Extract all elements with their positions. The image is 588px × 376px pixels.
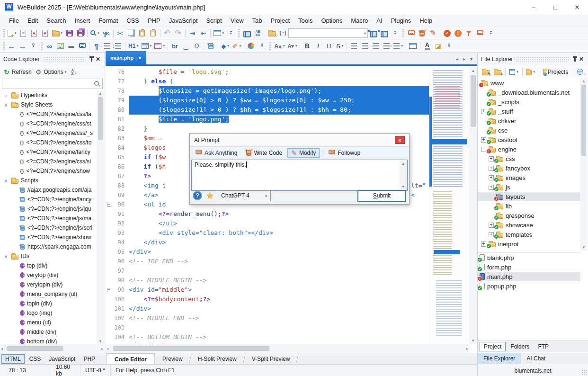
projects-button[interactable]: ⊕Projects (542, 66, 570, 78)
sort-az-button[interactable]: AZ↓ (69, 66, 80, 78)
ce-item[interactable]: middle (div) (0, 327, 97, 337)
parent-folder-button[interactable]: ↰ (480, 66, 491, 78)
expand-box[interactable]: + (489, 156, 494, 161)
insert-tag-button[interactable]: ◆▾ (220, 40, 231, 52)
model-select[interactable]: ChatGPT 4 ∨ (218, 190, 271, 201)
code-line-93[interactable]: 93 <div style="clear: both"></div> (106, 228, 429, 238)
insert-table-button[interactable]: ▾ (140, 40, 153, 52)
editor-horizontal-scrollbar[interactable]: ◂ ▸ (106, 344, 469, 353)
code-line-99[interactable]: −99<div id="middle"> (106, 285, 429, 295)
indent-button[interactable]: ⇥ (187, 27, 198, 39)
folder-js[interactable]: +✓js (478, 182, 580, 192)
close-icon[interactable]: ✕ (578, 56, 585, 63)
tab-list-icon[interactable]: ▾ (470, 56, 472, 62)
ai-chat-button[interactable] (474, 27, 485, 39)
scroll-tabs-right-icon[interactable]: ▸ (463, 56, 465, 62)
tab-main-php[interactable]: main.php ✕ (106, 51, 146, 64)
menu-css[interactable]: CSS (122, 15, 143, 26)
code-line-94[interactable]: 94 </div> (106, 238, 429, 247)
code-explorer-search[interactable] (2, 79, 103, 89)
fill-color-button[interactable]: ◪ (433, 40, 444, 52)
doc-tab-html[interactable]: HTML (1, 354, 25, 364)
menu-file[interactable]: File (5, 15, 23, 26)
folder-showcase[interactable]: +✓showcase (478, 220, 580, 230)
fold-toggle[interactable]: − (106, 285, 113, 295)
code-view[interactable]: 76 $file = 'logo.svg';77 } else {78 $log… (106, 67, 429, 344)
folder-cse[interactable]: ✓cse (478, 125, 580, 135)
insert-comment-button[interactable] (77, 40, 88, 52)
code-line-101[interactable]: 101</div> (106, 304, 429, 313)
fold-toggle[interactable]: − (106, 200, 113, 209)
options-button[interactable]: ⚙Options▾ (34, 66, 68, 78)
panel-view-button[interactable]: ▾ (212, 27, 226, 39)
menu-tools[interactable]: Tools (294, 15, 317, 26)
navigate-forward-button[interactable]: → (17, 40, 28, 52)
code-line-98[interactable]: 98<!-- MIDDLE BEGIN --> (106, 276, 429, 285)
new-html-document-button[interactable]: A (29, 27, 40, 39)
browse-folder-button[interactable]: ▾ (525, 66, 536, 78)
code-line-97[interactable]: 97 (106, 266, 429, 276)
find-previous-button[interactable]: ◂ (368, 27, 379, 39)
folder-www[interactable]: !www (478, 78, 580, 88)
menu-format[interactable]: Format (94, 15, 122, 26)
pin-icon[interactable] (91, 57, 92, 62)
folder-images[interactable]: +✓images (478, 173, 580, 182)
ce-item[interactable]: bottom (div) (0, 337, 97, 344)
menu-help[interactable]: Help (415, 15, 437, 26)
expand-box[interactable]: + (489, 223, 494, 228)
ce-item[interactable]: <?=CDN;?>/engine/show (0, 233, 97, 242)
folder-fancybox[interactable]: +✓fancybox (478, 163, 580, 173)
ce-item[interactable]: ∨Style Sheets (0, 100, 97, 109)
new-folder-button[interactable]: + (492, 66, 503, 78)
doc-tab-php[interactable]: PHP (80, 355, 98, 363)
dialog-tab-ask-anything[interactable]: Ask Anything (192, 148, 241, 158)
expand-box[interactable]: + (489, 175, 494, 180)
redo-button[interactable]: ↷ (173, 27, 184, 39)
menu-tab[interactable]: Tab (248, 15, 267, 26)
more-buttons-button[interactable]: ▾ (257, 40, 267, 52)
vertical-scrollbar[interactable]: ▲ ▼ (97, 90, 104, 344)
pin-icon[interactable] (574, 57, 576, 62)
expand-box[interactable]: + (489, 185, 494, 190)
dialog-tab-modify[interactable]: ✎Modify (287, 148, 320, 158)
view-tab-preview[interactable]: Preview (155, 353, 190, 365)
code-line-100[interactable]: 100 <?=$bodycontent;?> (106, 295, 429, 304)
menu-script[interactable]: Script (202, 15, 226, 26)
insert-ordered-list-button[interactable]: ⋮ (113, 40, 124, 52)
menu-insert[interactable]: Insert (71, 15, 95, 26)
submit-button[interactable]: Submit (357, 190, 406, 202)
more-buttons-button[interactable]: ▾ (444, 40, 454, 52)
ce-item[interactable]: https://spark.engaga.com (0, 242, 97, 251)
line-spacing-button[interactable]: ↕▾ (392, 40, 404, 52)
folder-engine[interactable]: −!engine (478, 144, 580, 154)
ce-item[interactable]: {}<?=CDN;?>/engine/css/la (0, 109, 97, 119)
insert-nbsp-button[interactable]: ‿ (180, 40, 191, 52)
insert-form-button[interactable]: ▾ (153, 40, 166, 52)
expand-box[interactable]: + (481, 242, 486, 247)
folder-_download.blumentals.net[interactable]: ✓_download.blumentals.net (478, 88, 580, 97)
help-button[interactable]: ? (193, 191, 202, 200)
ce-item[interactable]: menu_company (ul) (0, 289, 97, 299)
cut-button[interactable]: ✂ (115, 27, 126, 39)
find-in-files-button[interactable]: ○ (267, 27, 277, 39)
replace-button[interactable]: ABAC (252, 27, 263, 39)
copy-button[interactable] (126, 27, 137, 39)
folder-_scripts[interactable]: ✓_scripts (478, 97, 580, 107)
save-button[interactable] (64, 27, 75, 39)
save-all-button[interactable] (75, 27, 86, 39)
color-picker-button[interactable] (246, 40, 257, 52)
explorer-tab-ftp[interactable]: FTP (534, 342, 552, 351)
code-line-82[interactable]: 82 } (106, 124, 429, 134)
view-tab-v-split-preview[interactable]: V-Split Preview (244, 353, 298, 365)
folder-templates[interactable]: +✓templates (478, 230, 580, 239)
ce-item[interactable]: <?=CDN;?>/engine/js/jqu (0, 204, 97, 214)
folder-inetprot[interactable]: +✓inetprot (478, 239, 580, 249)
code-line-95[interactable]: 95</div> (106, 247, 429, 257)
scroll-tabs-left-icon[interactable]: ◂ (456, 56, 458, 62)
code-line-104[interactable]: 104<!-- BOTTOM BEGIN --> (106, 332, 429, 342)
explorer-tab-project[interactable]: Project (480, 342, 506, 351)
insert-special-character-button[interactable]: Ω (191, 40, 202, 52)
folder-_stuff[interactable]: +✓_stuff (478, 107, 580, 116)
menu-options[interactable]: Options (317, 15, 347, 26)
menu-search[interactable]: Search (42, 15, 70, 26)
